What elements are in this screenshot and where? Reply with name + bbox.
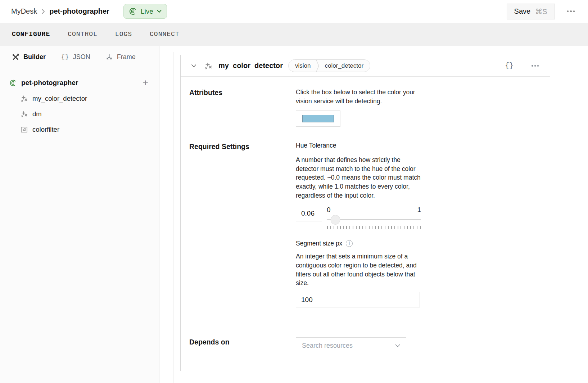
tab-logs[interactable]: LOGS [115,31,132,38]
chevron-down-icon [395,344,400,347]
tree-root-label: pet-photographer [21,79,137,87]
header-more-menu-button[interactable] [565,8,577,14]
service-sparkle-icon [21,111,28,118]
hue-tolerance-slider: 0 1 [327,206,421,229]
tree-item-my-color-detector[interactable]: my_color_detector [9,91,150,107]
depends-on-section: Depends on [181,325,550,371]
json-braces-icon: {} [61,53,69,61]
tree-item-label: my_color_detector [32,95,87,103]
segment-size-label: Segment size px [296,240,342,247]
live-status-dropdown[interactable]: Live [123,4,167,19]
view-tab-builder-label: Builder [23,53,46,61]
slider-handle[interactable] [330,215,340,225]
add-resource-button[interactable]: + [141,79,150,86]
segment-size-input[interactable] [296,292,420,307]
view-tab-frame[interactable]: Frame [105,53,136,61]
segment-size-description: An integer that sets a minimum size of a… [296,252,421,288]
view-mode-tabs: Builder {} JSON Frame [0,46,159,68]
resource-card-header: my_color_detector vision color_detector … [181,55,550,77]
component-icon [21,126,28,133]
tab-configure[interactable]: CONFIGURE [12,31,50,38]
save-button[interactable]: Save ⌘S [507,4,555,19]
view-tab-json-label: JSON [73,53,90,61]
color-picker-box[interactable] [296,111,340,127]
breadcrumb-root[interactable]: MyDesk [11,7,37,15]
collapse-card-button[interactable] [190,63,197,68]
resource-card-my-color-detector: my_color_detector vision color_detector … [180,55,550,371]
breadcrumb: MyDesk pet-photographer [11,7,109,15]
panel-divider [173,52,173,383]
badge-divider-icon [316,60,319,72]
slider-max-label: 1 [417,206,421,215]
chevron-right-icon [41,9,45,14]
resource-tree: pet-photographer + my_color_detector [0,68,159,138]
live-label: Live [141,8,153,15]
slider-min-label: 0 [327,206,331,215]
app-window: MyDesk pet-photographer Live Save ⌘S [0,0,588,383]
chevron-down-icon [157,10,162,13]
view-json-button[interactable]: {} [505,62,514,70]
hue-tolerance-description: A number that defines how strictly the d… [296,156,421,200]
attributes-section: Attributes Click the box below to select… [181,77,550,142]
resource-type-badge: vision color_detector [288,59,370,72]
required-settings-heading: Required Settings [189,142,296,308]
depends-on-select[interactable] [296,337,406,354]
save-label: Save [514,7,531,15]
color-swatch [302,115,334,122]
tree-item-dm[interactable]: dm [9,107,150,122]
tree-root-machine[interactable]: pet-photographer + [9,77,150,91]
view-tab-builder[interactable]: Builder [12,53,46,61]
service-sparkle-icon [21,95,28,102]
resource-title: my_color_detector [218,62,283,70]
required-settings-section: Required Settings Hue Tolerance A number… [181,142,550,325]
breadcrumb-current: pet-photographer [49,7,109,15]
machine-icon [9,79,17,87]
tab-connect[interactable]: CONNECT [150,31,180,38]
builder-tools-icon [12,53,19,61]
config-sidebar: Builder {} JSON Frame [0,46,159,383]
tab-control[interactable]: CONTROL [68,31,98,38]
machine-nav-tabs: CONFIGURE CONTROL LOGS CONNECT [0,23,588,46]
view-tab-json[interactable]: {} JSON [61,53,90,61]
tree-item-colorfilter[interactable]: colorfilter [9,122,150,138]
badge-category: vision [295,62,311,69]
depends-on-heading: Depends on [189,337,296,354]
hue-tolerance-label: Hue Tolerance [296,142,421,149]
chevron-down-icon [191,64,196,68]
main-panel: my_color_detector vision color_detector … [159,46,588,383]
frame-axes-icon [105,53,113,61]
service-sparkle-icon [204,62,212,70]
live-broadcast-icon [129,7,137,15]
tree-item-label: colorfilter [32,126,59,134]
badge-model: color_detector [325,62,363,69]
attributes-heading: Attributes [189,88,296,127]
save-shortcut: ⌘S [535,7,547,16]
hue-tolerance-input[interactable] [296,206,322,221]
hue-tolerance-control: 0 1 [296,206,421,229]
card-more-menu-button[interactable] [530,64,540,68]
top-header: MyDesk pet-photographer Live Save ⌘S [0,0,588,23]
attributes-description: Click the box below to select the color … [296,88,421,106]
slider-ticks [327,226,421,229]
info-icon[interactable]: i [346,240,353,247]
search-resources-input[interactable] [302,342,395,350]
tree-item-label: dm [32,110,42,118]
view-tab-frame-label: Frame [117,53,136,61]
slider-track[interactable] [327,215,421,225]
ellipsis-icon [567,10,575,12]
ellipsis-icon [532,65,539,67]
